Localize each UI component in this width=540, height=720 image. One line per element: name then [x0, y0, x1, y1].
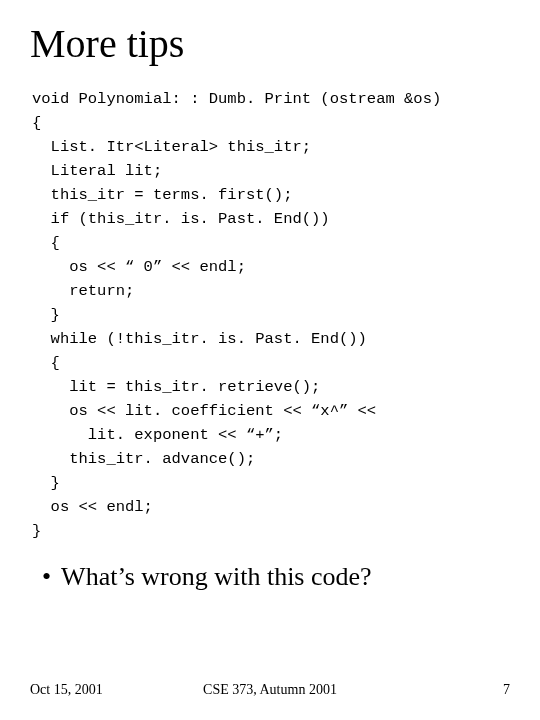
slide: More tips void Polynomial: : Dumb. Print…	[0, 0, 540, 720]
bullet-item: • What’s wrong with this code?	[42, 561, 510, 592]
footer: Oct 15, 2001 CSE 373, Autumn 2001 7	[30, 682, 510, 698]
bullet-text: What’s wrong with this code?	[61, 561, 372, 592]
footer-page-number: 7	[503, 682, 510, 698]
code-block: void Polynomial: : Dumb. Print (ostream …	[32, 87, 510, 543]
slide-title: More tips	[30, 20, 510, 67]
footer-date: Oct 15, 2001	[30, 682, 103, 698]
bullet-dot-icon: •	[42, 561, 51, 592]
